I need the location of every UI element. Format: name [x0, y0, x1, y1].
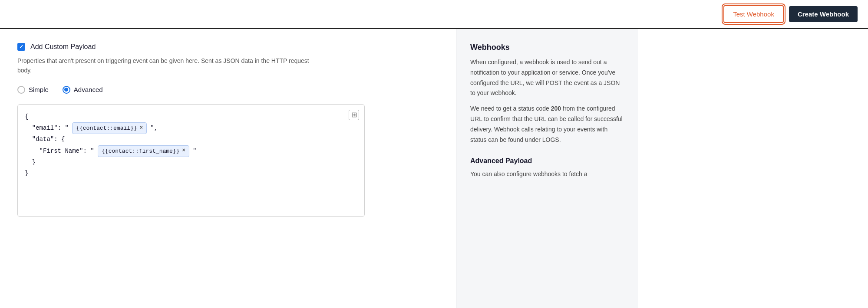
main-layout: Add Custom Payload Properties that aren'… — [0, 29, 868, 308]
create-webhook-button[interactable]: Create Webhook — [789, 6, 858, 22]
contact-first-name-token: {{contact::first_name}} × — [98, 145, 189, 157]
radio-advanced[interactable]: Advanced — [63, 86, 103, 94]
radio-advanced-circle[interactable] — [63, 86, 70, 94]
contact-email-token-label: {{contact::email}} — [76, 123, 137, 133]
code-line-2: "email": " {{contact::email}} × ", — [25, 122, 357, 134]
code-line-1: { — [25, 111, 357, 122]
webhooks-p1: When configured, a webhook is used to se… — [470, 57, 624, 98]
webhooks-p2-bold: 200 — [551, 105, 561, 112]
code-line-5: } — [25, 157, 357, 168]
top-bar: Test Webhook Create Webhook — [0, 0, 868, 29]
webhooks-title: Webhooks — [470, 43, 624, 52]
radio-simple-label: Simple — [29, 86, 49, 93]
contact-first-name-token-label: {{contact::first_name}} — [102, 146, 179, 156]
code-line-3: "data": { — [25, 134, 357, 145]
advanced-payload-title: Advanced Payload — [470, 157, 624, 165]
contact-first-name-token-close[interactable]: × — [182, 146, 185, 156]
radio-simple-circle[interactable] — [17, 86, 25, 94]
code-line-6: } — [25, 168, 357, 179]
webhooks-p2-before: We need to get a status code — [470, 105, 551, 112]
contact-email-token-close[interactable]: × — [140, 124, 143, 133]
add-payload-label: Add Custom Payload — [30, 43, 96, 51]
add-custom-payload-row: Add Custom Payload — [17, 43, 439, 51]
expand-button[interactable]: ⊞ — [349, 110, 359, 120]
code-line-4: "First Name": " {{contact::first_name}} … — [25, 145, 357, 157]
test-webhook-button[interactable]: Test Webhook — [723, 5, 784, 23]
add-payload-checkbox[interactable] — [17, 43, 25, 51]
left-panel: Add Custom Payload Properties that aren'… — [0, 29, 456, 308]
right-panel: Webhooks When configured, a webhook is u… — [456, 29, 638, 308]
webhooks-p2: We need to get a status code 200 from th… — [470, 104, 624, 145]
advanced-payload-p1: You can also configure webhooks to fetch… — [470, 169, 624, 180]
radio-simple[interactable]: Simple — [17, 86, 49, 94]
contact-email-token: {{contact::email}} × — [72, 122, 147, 134]
payload-description: Properties that aren't present on trigge… — [17, 56, 321, 75]
mode-radio-group: Simple Advanced — [17, 86, 439, 94]
code-editor[interactable]: ⊞ { "email": " {{contact::email}} × ", "… — [17, 104, 365, 217]
radio-advanced-label: Advanced — [74, 86, 103, 93]
